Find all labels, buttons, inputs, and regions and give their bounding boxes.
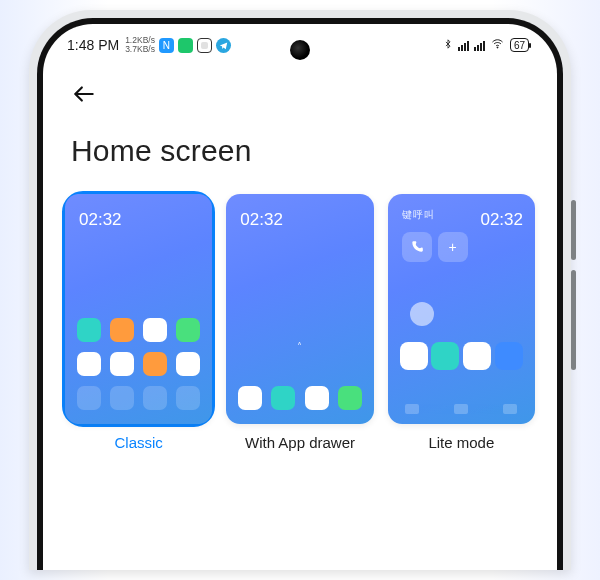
wifi-icon — [490, 38, 505, 53]
preview-app-icon — [176, 352, 200, 376]
preview-classic: 02:32 — [65, 194, 212, 424]
bluetooth-icon — [443, 37, 453, 54]
battery-level: 67 — [514, 40, 525, 51]
option-label-lite: Lite mode — [428, 434, 494, 451]
lite-icon-row — [388, 342, 535, 370]
battery-indicator: 67 — [510, 38, 529, 52]
option-app-drawer[interactable]: 02:32 ˄ With — [226, 194, 373, 451]
phone-frame: 1:48 PM 1.2KB/s 3.7KB/s N — [29, 10, 571, 570]
preview-app-icon — [271, 386, 295, 410]
preview-app-icon — [305, 386, 329, 410]
preview-app-icon — [110, 318, 134, 342]
lite-quick-tiles: + — [402, 232, 468, 262]
preview-app-icon — [463, 342, 491, 370]
drawer-caret-icon: ˄ — [297, 341, 302, 352]
status-box-icon — [197, 38, 212, 53]
preview-app-icon — [77, 352, 101, 376]
preview-time: 02:32 — [79, 210, 122, 230]
preview-cn-text: 键呼叫 — [402, 208, 435, 222]
side-button — [571, 270, 576, 370]
signal-icon-1 — [458, 39, 469, 51]
network-speed: 1.2KB/s 3.7KB/s — [125, 36, 155, 54]
status-right: 67 — [443, 37, 529, 54]
preview-app-icon — [77, 386, 101, 410]
preview-drawer: 02:32 ˄ — [226, 194, 373, 424]
option-label-classic: Classic — [114, 434, 162, 451]
telegram-icon — [216, 38, 231, 53]
preview-time: 02:32 — [480, 210, 523, 230]
preview-app-icon — [110, 352, 134, 376]
header — [43, 66, 557, 112]
preview-wrap-lite: 键呼叫 02:32 + — [388, 194, 535, 424]
preview-app-icon — [143, 352, 167, 376]
option-classic[interactable]: 02:32 — [65, 194, 212, 451]
preview-app-icon — [176, 318, 200, 342]
side-button — [571, 200, 576, 260]
option-label-drawer: With App drawer — [245, 434, 355, 451]
preview-app-icon — [495, 342, 523, 370]
status-time: 1:48 PM — [67, 37, 119, 53]
plus-tile-icon: + — [438, 232, 468, 262]
preview-wrap-drawer: 02:32 ˄ — [226, 194, 373, 424]
signal-icon-2 — [474, 39, 485, 51]
preview-app-icon — [338, 386, 362, 410]
page-title: Home screen — [43, 112, 557, 190]
preview-app-icon — [176, 386, 200, 410]
preview-app-icon — [238, 386, 262, 410]
phone-tile-icon — [402, 232, 432, 262]
lite-nav-bar — [388, 404, 535, 414]
front-camera — [290, 40, 310, 60]
arrow-left-icon — [71, 81, 97, 107]
nfc-icon: N — [159, 38, 174, 53]
option-lite-mode[interactable]: 键呼叫 02:32 + — [388, 194, 535, 451]
home-screen-options: 02:32 — [43, 190, 557, 451]
preview-app-icon — [110, 386, 134, 410]
status-app-icon — [178, 38, 193, 53]
preview-icon-grid — [226, 386, 373, 410]
preview-app-icon — [400, 342, 428, 370]
screen: 1:48 PM 1.2KB/s 3.7KB/s N — [43, 24, 557, 570]
status-left: 1:48 PM 1.2KB/s 3.7KB/s N — [67, 36, 231, 54]
preview-time: 02:32 — [240, 210, 283, 230]
preview-icon-grid — [65, 318, 212, 410]
preview-app-icon — [143, 318, 167, 342]
preview-app-icon — [431, 342, 459, 370]
preview-wrap-classic: 02:32 — [65, 194, 212, 424]
back-button[interactable] — [71, 76, 107, 112]
lite-page-dot — [410, 302, 434, 326]
preview-app-icon — [77, 318, 101, 342]
preview-app-icon — [143, 386, 167, 410]
phone-bezel: 1:48 PM 1.2KB/s 3.7KB/s N — [37, 18, 563, 570]
preview-lite: 键呼叫 02:32 + — [388, 194, 535, 424]
svg-point-0 — [497, 47, 498, 48]
net-down: 3.7KB/s — [125, 45, 155, 54]
